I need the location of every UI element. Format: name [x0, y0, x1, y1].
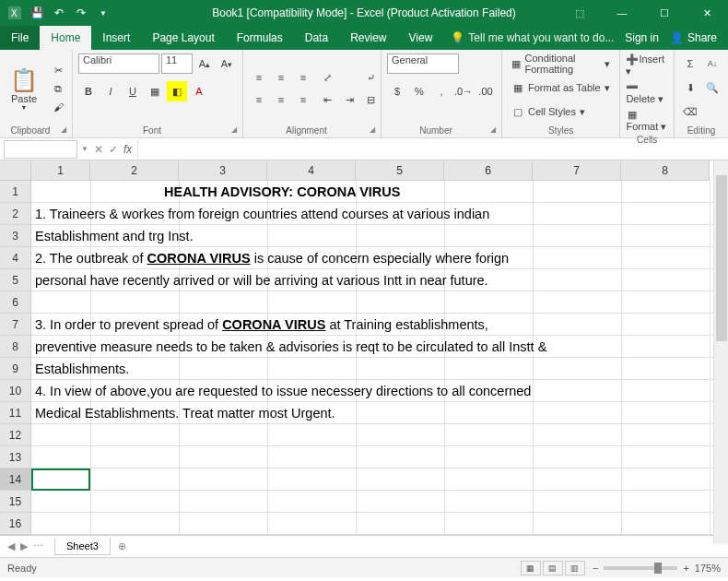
row-header[interactable]: 3 — [0, 225, 31, 247]
dialog-launcher-icon[interactable]: ◢ — [61, 125, 66, 134]
comma-format-icon[interactable]: , — [431, 81, 452, 101]
underline-button[interactable]: U — [123, 81, 143, 101]
zoom-out-icon[interactable]: − — [593, 563, 598, 574]
cell-text[interactable]: preventive measure needs to be taken & a… — [35, 336, 724, 358]
accounting-format-icon[interactable]: $ — [387, 81, 407, 101]
tell-me[interactable]: 💡Tell me what you want to do... — [443, 31, 621, 44]
cell-text[interactable]: Medical Establishments. Treat matter mos… — [35, 402, 724, 424]
find-select-icon[interactable]: 🔍 — [702, 77, 722, 98]
format-cells-button[interactable]: ▦Format ▾ — [626, 109, 668, 133]
copy-icon[interactable]: ⧉ — [50, 80, 66, 97]
row-header[interactable]: 16 — [0, 513, 31, 535]
cell-text[interactable]: Establishments. — [35, 358, 724, 380]
undo-icon[interactable]: ↶ — [52, 6, 66, 20]
column-header[interactable]: 6 — [444, 160, 533, 180]
row-header[interactable]: 14 — [0, 468, 31, 491]
column-header[interactable]: 5 — [356, 160, 444, 180]
increase-decimal-icon[interactable]: .0→ — [453, 81, 474, 101]
select-all-corner[interactable] — [0, 160, 31, 181]
formula-bar[interactable] — [137, 140, 728, 159]
tab-view[interactable]: View — [398, 26, 444, 50]
row-header[interactable]: 5 — [0, 269, 31, 291]
dialog-launcher-icon[interactable]: ◢ — [231, 125, 237, 134]
column-header[interactable]: 4 — [267, 160, 356, 180]
cancel-formula-icon[interactable]: ✕ — [94, 143, 103, 156]
row-header[interactable]: 11 — [0, 402, 31, 424]
dialog-launcher-icon[interactable]: ◢ — [370, 125, 375, 134]
autosum-icon[interactable]: Σ — [680, 53, 700, 74]
cell-styles-button[interactable]: ▢Cell Styles ▾ — [508, 101, 589, 122]
align-bottom-icon[interactable]: ≡ — [293, 67, 313, 88]
dialog-launcher-icon[interactable]: ◢ — [490, 125, 496, 134]
prev-sheet-icon[interactable]: ◀ — [7, 540, 15, 552]
increase-font-icon[interactable]: A▴ — [194, 53, 215, 74]
share-button[interactable]: 👤Share — [670, 31, 717, 44]
merge-center-button[interactable]: ⊟ — [367, 89, 375, 110]
format-as-table-button[interactable]: ▦Format as Table ▾ — [508, 77, 614, 98]
cell-text[interactable]: 1. Traineers & workes from foreign count… — [35, 203, 724, 225]
zoom-level[interactable]: 175% — [695, 563, 721, 574]
cut-icon[interactable]: ✂ — [50, 62, 66, 78]
percent-format-icon[interactable]: % — [409, 81, 429, 101]
enter-formula-icon[interactable]: ✓ — [109, 143, 118, 156]
column-header[interactable]: 3 — [179, 160, 267, 180]
zoom-in-icon[interactable]: + — [683, 563, 688, 574]
ribbon-options-icon[interactable]: ⬚ — [558, 0, 601, 26]
wrap-text-button[interactable]: ⤶ — [367, 67, 375, 88]
close-icon[interactable]: ✕ — [686, 0, 728, 26]
bold-button[interactable]: B — [78, 81, 99, 101]
next-sheet-icon[interactable]: ▶ — [20, 540, 28, 552]
page-layout-view-icon[interactable]: ▤ — [543, 561, 563, 575]
tab-file[interactable]: File — [0, 26, 40, 50]
column-header[interactable]: 7 — [533, 160, 621, 180]
border-button[interactable]: ▦ — [145, 81, 165, 101]
insert-cells-button[interactable]: ➕Insert ▾ — [626, 53, 668, 77]
row-header[interactable]: 1 — [0, 181, 31, 203]
fill-color-button[interactable]: ◧ — [167, 81, 187, 101]
qat-dropdown-icon[interactable]: ▼ — [96, 6, 111, 20]
italic-button[interactable]: I — [100, 81, 121, 101]
conditional-formatting-button[interactable]: ▦Conditional Formatting ▾ — [508, 53, 614, 74]
row-header[interactable]: 7 — [0, 314, 31, 336]
fill-icon[interactable]: ⬇ — [680, 77, 700, 98]
align-right-icon[interactable]: ≡ — [293, 89, 313, 110]
column-header[interactable]: 2 — [90, 160, 179, 180]
fx-icon[interactable]: fx — [123, 143, 132, 156]
decrease-font-icon[interactable]: A▾ — [217, 53, 237, 74]
sheet-scroll-icon[interactable]: ⋯ — [33, 540, 43, 552]
page-break-view-icon[interactable]: ▥ — [565, 561, 585, 575]
paste-button[interactable]: 📋 Paste ▼ — [6, 67, 42, 111]
sheet-tab[interactable]: Sheet3 — [54, 538, 111, 555]
cell-text[interactable]: personal have recently arrived or will b… — [35, 269, 724, 291]
normal-view-icon[interactable]: ▦ — [521, 561, 541, 575]
row-header[interactable]: 9 — [0, 358, 31, 380]
redo-icon[interactable]: ↷ — [74, 6, 88, 20]
cell-text[interactable]: 4. In view of above,you are requested to… — [35, 380, 724, 402]
vertical-scrollbar[interactable] — [713, 160, 728, 544]
tab-insert[interactable]: Insert — [91, 26, 141, 50]
decrease-decimal-icon[interactable]: .00 — [476, 81, 496, 101]
tab-review[interactable]: Review — [339, 26, 397, 50]
column-header[interactable]: 1 — [31, 160, 90, 180]
signin-button[interactable]: Sign in — [625, 31, 659, 44]
tab-pagelayout[interactable]: Page Layout — [141, 26, 225, 50]
cell-text[interactable]: HEALTH ADVISORY: CORONA VIRUS — [35, 181, 724, 203]
column-header[interactable]: 8 — [621, 160, 710, 180]
tab-formulas[interactable]: Formulas — [226, 26, 294, 50]
cell-text[interactable]: 3. In order to prevent spread of CORONA … — [35, 314, 724, 336]
align-left-icon[interactable]: ≡ — [249, 89, 269, 110]
name-box-dropdown-icon[interactable]: ▼ — [81, 145, 88, 153]
align-middle-icon[interactable]: ≡ — [271, 67, 291, 88]
row-header[interactable]: 10 — [0, 380, 31, 402]
name-box[interactable] — [4, 140, 77, 159]
increase-indent-icon[interactable]: ⇥ — [339, 89, 359, 110]
cell-text[interactable]: 2. The outbreak of CORONA VIRUS is cause… — [35, 247, 724, 269]
save-icon[interactable]: 💾 — [29, 6, 44, 20]
row-header[interactable]: 13 — [0, 446, 31, 468]
font-size-combo[interactable]: 11 — [161, 53, 193, 74]
row-header[interactable]: 8 — [0, 336, 31, 358]
add-sheet-icon[interactable]: ⊕ — [111, 540, 134, 552]
number-format-combo[interactable]: General — [387, 53, 459, 74]
minimize-icon[interactable]: — — [601, 0, 643, 26]
delete-cells-button[interactable]: ➖Delete ▾ — [626, 81, 668, 105]
